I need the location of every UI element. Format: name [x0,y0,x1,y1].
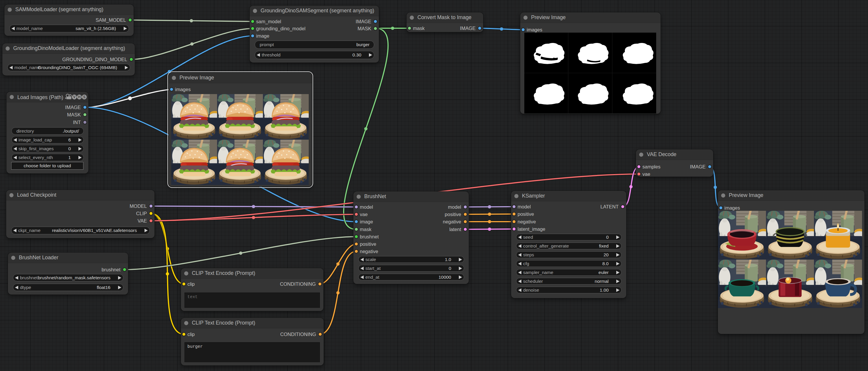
svg-text:S: S [83,95,86,99]
svg-text:V: V [73,95,75,99]
svg-text:H: H [78,95,81,99]
